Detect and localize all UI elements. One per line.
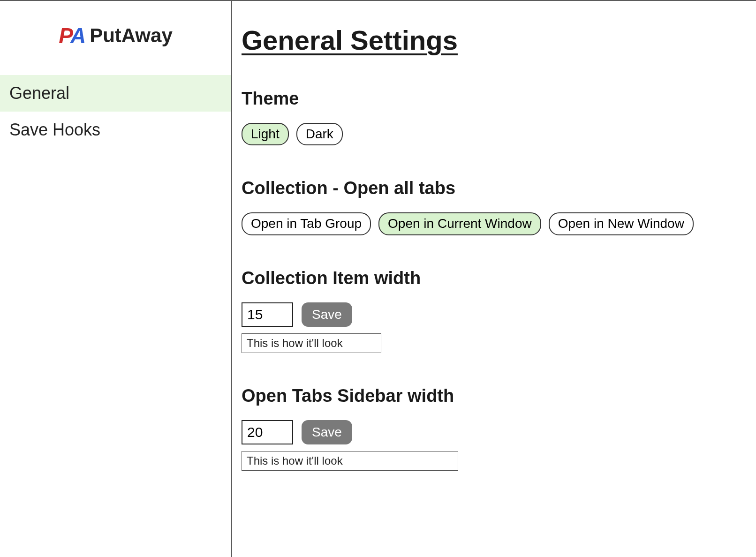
section-open-all-tabs: Collection - Open all tabs Open in Tab G… — [242, 178, 747, 235]
logo-a-letter: A — [70, 25, 83, 46]
sidebar-width-save-button[interactable]: Save — [302, 420, 352, 444]
page-title: General Settings — [242, 24, 747, 56]
section-sidebar-width: Open Tabs Sidebar width Save This is how… — [242, 386, 747, 471]
sidebar-width-input-row: Save — [242, 420, 747, 444]
section-collection-item-width: Collection Item width Save This is how i… — [242, 268, 747, 353]
section-title-sidebar-width: Open Tabs Sidebar width — [242, 386, 747, 406]
sidebar-item-general[interactable]: General — [0, 75, 231, 112]
sidebar-width-preview: This is how it'll look — [242, 451, 458, 471]
section-theme: Theme Light Dark — [242, 89, 747, 145]
collection-width-input-row: Save — [242, 302, 747, 327]
app-logo-icon: P A — [59, 25, 83, 46]
section-title-collection-item-width: Collection Item width — [242, 268, 747, 288]
open-option-tab-group[interactable]: Open in Tab Group — [242, 212, 371, 235]
theme-option-dark[interactable]: Dark — [296, 123, 343, 145]
logo-p-letter: P — [59, 25, 70, 46]
sidebar-width-input[interactable] — [242, 420, 293, 444]
theme-option-light[interactable]: Light — [242, 123, 289, 145]
open-option-current-window[interactable]: Open in Current Window — [378, 212, 541, 235]
sidebar-item-save-hooks[interactable]: Save Hooks — [0, 112, 231, 148]
open-option-new-window[interactable]: Open in New Window — [549, 212, 694, 235]
collection-width-save-button[interactable]: Save — [302, 302, 352, 327]
app-name: PutAway — [90, 24, 173, 47]
collection-width-input[interactable] — [242, 302, 293, 327]
open-all-tabs-options: Open in Tab Group Open in Current Window… — [242, 212, 747, 235]
sidebar: P A PutAway General Save Hooks — [0, 1, 232, 557]
theme-options: Light Dark — [242, 123, 747, 145]
main-content: General Settings Theme Light Dark Collec… — [232, 1, 756, 557]
collection-width-preview: This is how it'll look — [242, 333, 381, 353]
section-title-open-all-tabs: Collection - Open all tabs — [242, 178, 747, 198]
logo-row: P A PutAway — [0, 24, 231, 47]
app-root: P A PutAway General Save Hooks General S… — [0, 0, 756, 557]
section-title-theme: Theme — [242, 89, 747, 109]
